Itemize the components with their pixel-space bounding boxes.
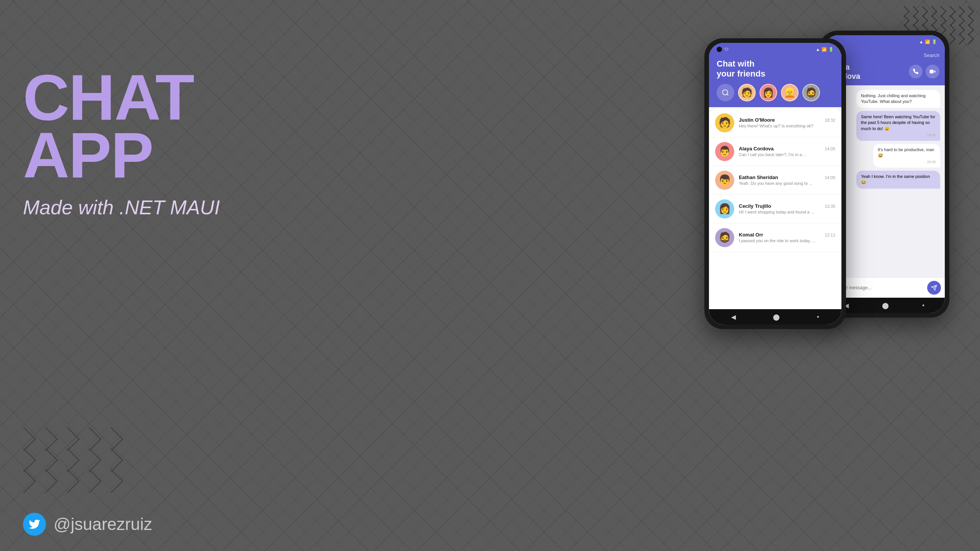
- svg-point-0: [723, 90, 728, 95]
- phone-1-screen: 🛡 ▲ 📶 🔋 Chat with your friends: [709, 43, 841, 324]
- chat-avatar-2: 👨: [715, 142, 734, 161]
- app-title: CHAT APP: [23, 69, 220, 184]
- left-content-area: CHAT APP Made with .NET MAUI: [23, 69, 220, 219]
- svg-line-1: [727, 94, 728, 96]
- chat-info-2: Alaya Cordova 14:05 Can I call you back …: [739, 146, 835, 157]
- twitter-footer: @jsuarezruiz: [23, 513, 152, 536]
- chat-info-5: Komal Orr 12:11 I passed you on the ride…: [739, 232, 835, 243]
- phone-1-status-bar: 🛡 ▲ 📶 🔋: [709, 43, 841, 55]
- twitter-icon: [23, 513, 46, 536]
- search-circle[interactable]: [717, 84, 734, 101]
- home-button[interactable]: ⬤: [773, 313, 780, 321]
- header-title: Chat with your friends: [717, 59, 834, 79]
- phones-container: 🛡 ▲ 📶 🔋 Chat with your friends: [704, 31, 949, 329]
- chat-avatar-4: 👩: [715, 199, 734, 218]
- message-4: Yeah I know. I'm in the same position 😂: [856, 171, 940, 189]
- phone-1-nav: ◀ ⬤ ▪: [709, 309, 841, 324]
- chat-avatar-3: 👦: [715, 171, 734, 190]
- story-avatar-2[interactable]: 👩: [760, 84, 777, 101]
- chat-item-2[interactable]: 👨 Alaya Cordova 14:05 Can I call you bac…: [709, 137, 841, 166]
- chat-item-4[interactable]: 👩 Cecily Trujillo 13:35 Hi! I went shopp…: [709, 195, 841, 223]
- message-2: Same here! Been watching YouTube for the…: [856, 111, 940, 141]
- story-avatar-4[interactable]: 🧔: [802, 84, 820, 101]
- message-3: It's hard to be productive, man 😅 18:39: [873, 144, 940, 168]
- send-button[interactable]: [927, 281, 941, 295]
- search-label[interactable]: Search: [924, 52, 939, 58]
- chat-info-4: Cecily Trujillo 13:35 Hi! I went shoppin…: [739, 203, 835, 214]
- story-avatar-1[interactable]: 🧑: [738, 84, 756, 101]
- svg-rect-3: [930, 70, 934, 73]
- status-right: ▲ 📶 🔋: [816, 47, 834, 52]
- subtitle: Made with .NET MAUI: [23, 196, 220, 219]
- call-button[interactable]: [909, 65, 923, 78]
- message-1: Nothing. Just chilling and watching YouT…: [856, 90, 940, 108]
- twitter-handle: @jsuarezruiz: [54, 515, 152, 534]
- p2-status-right: ▲ 📶 🔋: [919, 39, 937, 44]
- story-avatar-3[interactable]: 👱: [781, 84, 799, 101]
- svg-marker-2: [934, 70, 936, 73]
- phone-1-header: Chat with your friends 🧑 👩 👱 🧔: [709, 55, 841, 107]
- back-button[interactable]: ◀: [731, 313, 736, 321]
- phone-1-chat-list: 🛡 ▲ 📶 🔋 Chat with your friends: [704, 38, 846, 329]
- chat-avatar-5: 🧔: [715, 228, 734, 247]
- video-button[interactable]: [926, 65, 939, 78]
- action-buttons: [909, 65, 939, 78]
- p2-recents-button[interactable]: ▪: [922, 302, 924, 309]
- camera-dot: [717, 47, 722, 52]
- decorative-chevrons-bottom-left: [15, 430, 120, 490]
- chat-item-3[interactable]: 👦 Eathan Sheridan 14:00 Yeah. Do you hav…: [709, 166, 841, 195]
- chat-list: 🧑 Justin O'Moore 18:32 Hey there! What's…: [709, 109, 841, 309]
- chat-item-5[interactable]: 🧔 Komal Orr 12:11 I passed you on the ri…: [709, 223, 841, 252]
- p2-home-button[interactable]: ⬤: [882, 302, 889, 309]
- stories-row: 🧑 👩 👱 🧔: [717, 84, 834, 101]
- chat-avatar-1: 🧑: [715, 113, 734, 132]
- chat-info-1: Justin O'Moore 18:32 Hey there! What's u…: [739, 117, 835, 128]
- chat-info-3: Eathan Sheridan 14:00 Yeah. Do you have …: [739, 174, 835, 186]
- status-left: 🛡: [717, 47, 728, 52]
- recents-button[interactable]: ▪: [817, 313, 819, 320]
- chat-item-1[interactable]: 🧑 Justin O'Moore 18:32 Hey there! What's…: [709, 109, 841, 137]
